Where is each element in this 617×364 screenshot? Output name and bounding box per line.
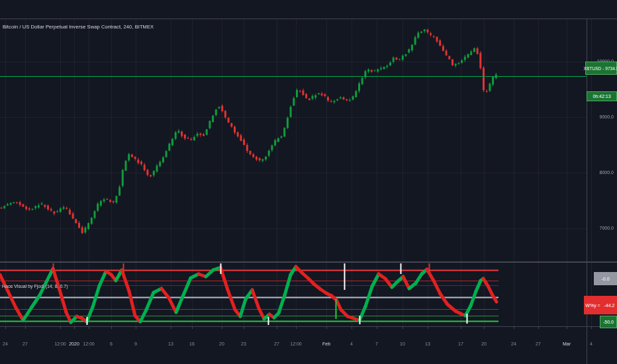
trading-chart-window: Bitcoin / US Dollar Perpetual Inverse Sw… <box>0 0 617 364</box>
price-chart-canvas[interactable] <box>0 0 617 364</box>
